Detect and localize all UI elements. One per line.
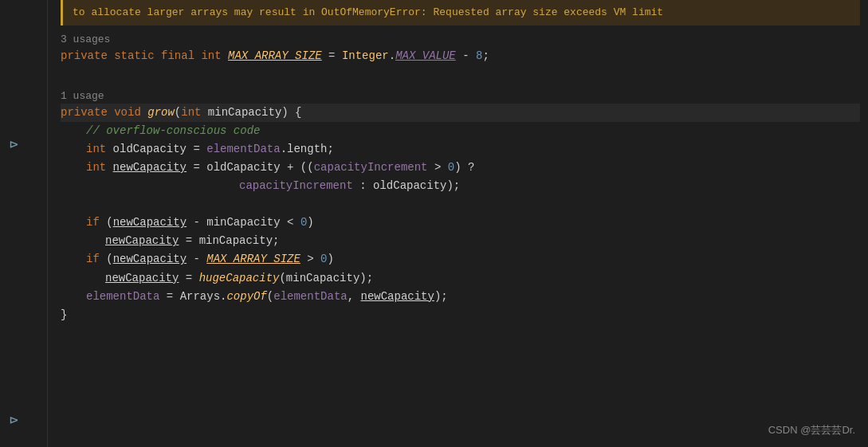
keyword-int-2: int [181,104,201,122]
number-0-3: 0 [320,250,327,269]
field-capacity-increment: capacityIncrement [314,159,428,177]
keyword-private-2: private [61,104,114,122]
method-huge-capacity: hugeCapacity [199,269,280,288]
code-line-comment: // overflow-conscious code [61,122,860,140]
blank-line-1 [61,65,860,84]
fold-icon[interactable]: ⊳ [10,135,18,153]
code-line-old-capacity: int oldCapacity = elementData .length; [61,140,860,159]
code-area: to allocate larger arrays may result in … [48,0,868,447]
method-copy-of: copyOf [226,288,266,306]
field-element-data-3: elementData [273,288,347,306]
field-element-data-2: elementData [86,288,159,306]
class-integer: Integer [342,47,389,65]
code-line-close-brace: } [61,306,860,324]
fold-icon-2[interactable]: ⊳ [10,411,18,429]
warning-text: to allocate larger arrays may result in … [73,6,663,18]
identifier-max-array-size: MAX_ARRAY_SIZE [228,47,322,65]
code-line-max-array-size: private static final int MAX_ARRAY_SIZE … [61,47,860,65]
var-new-capacity-2: newCapacity [113,214,187,232]
var-new-capacity-5: newCapacity [105,269,179,288]
comment-overflow: // overflow-conscious code [86,122,260,140]
blank-line-2 [61,195,860,214]
code-line-assign1: newCapacity = minCapacity; [61,232,860,250]
field-element-data: elementData [206,140,280,159]
editor-container: ⊳ ⊳ to allocate larger arrays may result… [0,0,868,447]
keyword-static: static [114,47,161,65]
number-0: 0 [448,159,454,177]
keyword-void: void [114,104,147,122]
usages-label-2: 1 usage [61,84,860,104]
keyword-if-1: if [86,214,106,232]
var-new-capacity-3: newCapacity [105,232,179,250]
code-line-ternary: capacityIncrement : oldCapacity); [61,177,860,195]
var-new-capacity: newCapacity [113,159,187,177]
code-line-if1: if ( newCapacity - minCapacity < 0 ) [61,214,860,232]
code-line-if2: if ( newCapacity - MAX_ARRAY_SIZE > 0 ) [61,250,860,269]
code-line-new-capacity: int newCapacity = oldCapacity + (( capac… [61,159,860,177]
number-8: 8 [476,47,482,65]
keyword-int-4: int [86,159,113,177]
identifier-max-array-size-2: MAX_ARRAY_SIZE [206,250,300,269]
keyword-final: final [161,47,201,65]
gutter: ⊳ ⊳ [0,0,48,447]
number-0-2: 0 [300,214,307,232]
keyword-private: private [61,47,114,65]
code-line-assign2: newCapacity = hugeCapacity (minCapacity)… [61,269,860,288]
watermark: CSDN @芸芸芸Dr. [768,423,855,437]
usages-label-1: 3 usages [61,27,860,47]
field-capacity-increment-2: capacityIncrement [239,177,353,195]
keyword-int-3: int [86,140,113,159]
method-grow: grow [147,104,175,122]
keyword-int: int [201,47,228,65]
code-line-grow: private void grow ( int minCapacity) { [61,104,860,122]
warning-banner: to allocate larger arrays may result in … [61,0,860,25]
code-line-copy-of: elementData = Arrays. copyOf ( elementDa… [61,288,860,306]
field-max-value: MAX_VALUE [395,47,456,65]
keyword-if-2: if [86,250,106,269]
var-new-capacity-4: newCapacity [113,250,187,269]
var-new-capacity-6: newCapacity [361,288,434,306]
